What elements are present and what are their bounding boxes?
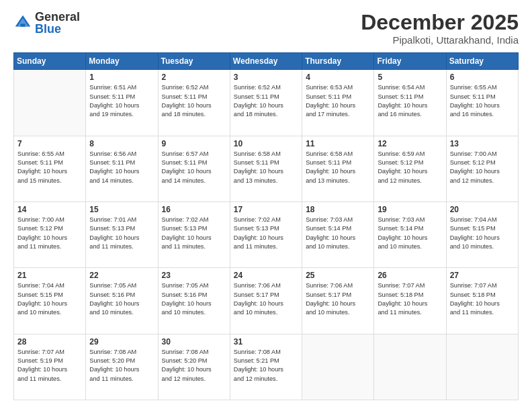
- day-number: 18: [306, 205, 370, 214]
- day-number: 27: [450, 271, 515, 280]
- calendar-day-cell: 4Sunrise: 6:53 AM Sunset: 5:11 PM Daylig…: [302, 70, 374, 136]
- day-info: Sunrise: 6:56 AM Sunset: 5:11 PM Dayligh…: [89, 150, 154, 185]
- calendar-day-cell: 3Sunrise: 6:52 AM Sunset: 5:11 PM Daylig…: [230, 70, 302, 136]
- calendar-day-cell: 13Sunrise: 7:00 AM Sunset: 5:12 PM Dayli…: [446, 136, 518, 201]
- day-info: Sunrise: 6:58 AM Sunset: 5:11 PM Dayligh…: [234, 150, 298, 185]
- calendar-day-cell: 10Sunrise: 6:58 AM Sunset: 5:11 PM Dayli…: [230, 136, 302, 201]
- weekday-header-thursday: Thursday: [302, 53, 374, 70]
- calendar-day-cell: 21Sunrise: 7:04 AM Sunset: 5:15 PM Dayli…: [14, 268, 86, 334]
- calendar-table: SundayMondayTuesdayWednesdayThursdayFrid…: [13, 52, 519, 400]
- calendar-day-cell: 23Sunrise: 7:05 AM Sunset: 5:16 PM Dayli…: [158, 268, 230, 334]
- calendar-day-cell: 11Sunrise: 6:58 AM Sunset: 5:11 PM Dayli…: [302, 136, 374, 201]
- day-info: Sunrise: 7:01 AM Sunset: 5:13 PM Dayligh…: [89, 216, 154, 251]
- calendar-day-cell: 31Sunrise: 7:08 AM Sunset: 5:21 PM Dayli…: [230, 334, 302, 400]
- day-number: 20: [450, 205, 515, 214]
- day-info: Sunrise: 6:58 AM Sunset: 5:11 PM Dayligh…: [306, 150, 370, 185]
- day-info: Sunrise: 7:00 AM Sunset: 5:12 PM Dayligh…: [17, 216, 82, 251]
- day-number: 6: [450, 73, 515, 82]
- calendar-day-cell: [302, 334, 374, 400]
- day-info: Sunrise: 7:04 AM Sunset: 5:15 PM Dayligh…: [450, 216, 515, 251]
- title-section: December 2025 Pipalkoti, Uttarakhand, In…: [361, 11, 519, 46]
- day-info: Sunrise: 6:59 AM Sunset: 5:12 PM Dayligh…: [378, 150, 442, 185]
- day-number: 26: [378, 271, 442, 280]
- calendar-day-cell: 19Sunrise: 7:03 AM Sunset: 5:14 PM Dayli…: [374, 201, 446, 267]
- day-info: Sunrise: 7:04 AM Sunset: 5:15 PM Dayligh…: [17, 281, 82, 317]
- day-info: Sunrise: 7:03 AM Sunset: 5:14 PM Dayligh…: [306, 216, 370, 251]
- calendar-day-cell: 12Sunrise: 6:59 AM Sunset: 5:12 PM Dayli…: [374, 136, 446, 201]
- day-number: 7: [17, 139, 82, 148]
- day-number: 14: [17, 205, 82, 214]
- calendar-week-row: 28Sunrise: 7:07 AM Sunset: 5:19 PM Dayli…: [14, 334, 519, 400]
- day-info: Sunrise: 6:53 AM Sunset: 5:11 PM Dayligh…: [306, 83, 370, 119]
- calendar-day-cell: 8Sunrise: 6:56 AM Sunset: 5:11 PM Daylig…: [86, 136, 158, 201]
- day-info: Sunrise: 7:07 AM Sunset: 5:18 PM Dayligh…: [450, 281, 515, 317]
- logo-general-text: General: [35, 11, 80, 23]
- day-number: 1: [89, 73, 154, 82]
- day-number: 10: [234, 139, 298, 148]
- calendar-day-cell: 6Sunrise: 6:55 AM Sunset: 5:11 PM Daylig…: [446, 70, 518, 136]
- day-info: Sunrise: 7:06 AM Sunset: 5:17 PM Dayligh…: [306, 281, 370, 317]
- calendar-day-cell: 1Sunrise: 6:51 AM Sunset: 5:11 PM Daylig…: [86, 70, 158, 136]
- day-number: 4: [306, 73, 370, 82]
- day-number: 30: [162, 337, 226, 347]
- calendar-week-row: 21Sunrise: 7:04 AM Sunset: 5:15 PM Dayli…: [14, 268, 519, 334]
- svg-rect-2: [21, 24, 26, 26]
- logo-text: General Blue: [35, 11, 80, 35]
- day-info: Sunrise: 6:52 AM Sunset: 5:11 PM Dayligh…: [162, 83, 226, 119]
- day-number: 25: [306, 271, 370, 280]
- day-info: Sunrise: 7:08 AM Sunset: 5:20 PM Dayligh…: [89, 348, 154, 383]
- calendar-week-row: 7Sunrise: 6:55 AM Sunset: 5:11 PM Daylig…: [14, 136, 519, 201]
- weekday-header-saturday: Saturday: [446, 53, 518, 70]
- logo-blue-text: Blue: [35, 23, 80, 35]
- calendar-day-cell: [14, 70, 86, 136]
- day-info: Sunrise: 7:00 AM Sunset: 5:12 PM Dayligh…: [450, 150, 515, 185]
- calendar-day-cell: 30Sunrise: 7:08 AM Sunset: 5:20 PM Dayli…: [158, 334, 230, 400]
- day-info: Sunrise: 7:05 AM Sunset: 5:16 PM Dayligh…: [162, 281, 226, 317]
- header: General Blue December 2025 Pipalkoti, Ut…: [13, 11, 519, 46]
- day-number: 5: [378, 73, 442, 82]
- weekday-header-sunday: Sunday: [14, 53, 86, 70]
- day-number: 29: [89, 337, 154, 347]
- calendar-week-row: 1Sunrise: 6:51 AM Sunset: 5:11 PM Daylig…: [14, 70, 519, 136]
- logo: General Blue: [13, 11, 80, 35]
- calendar-day-cell: 25Sunrise: 7:06 AM Sunset: 5:17 PM Dayli…: [302, 268, 374, 334]
- day-number: 3: [234, 73, 298, 82]
- day-number: 13: [450, 139, 515, 148]
- calendar-day-cell: 9Sunrise: 6:57 AM Sunset: 5:11 PM Daylig…: [158, 136, 230, 201]
- calendar-day-cell: 2Sunrise: 6:52 AM Sunset: 5:11 PM Daylig…: [158, 70, 230, 136]
- day-number: 15: [89, 205, 154, 214]
- calendar-header-row: SundayMondayTuesdayWednesdayThursdayFrid…: [14, 53, 519, 70]
- day-number: 12: [378, 139, 442, 148]
- day-number: 8: [89, 139, 154, 148]
- day-info: Sunrise: 7:08 AM Sunset: 5:20 PM Dayligh…: [162, 348, 226, 383]
- calendar-day-cell: 18Sunrise: 7:03 AM Sunset: 5:14 PM Dayli…: [302, 201, 374, 267]
- day-info: Sunrise: 7:02 AM Sunset: 5:13 PM Dayligh…: [234, 216, 298, 251]
- day-info: Sunrise: 6:52 AM Sunset: 5:11 PM Dayligh…: [234, 83, 298, 119]
- day-info: Sunrise: 6:55 AM Sunset: 5:11 PM Dayligh…: [17, 150, 82, 185]
- day-number: 16: [162, 205, 226, 214]
- calendar-day-cell: 7Sunrise: 6:55 AM Sunset: 5:11 PM Daylig…: [14, 136, 86, 201]
- day-info: Sunrise: 7:06 AM Sunset: 5:17 PM Dayligh…: [234, 281, 298, 317]
- calendar-day-cell: 20Sunrise: 7:04 AM Sunset: 5:15 PM Dayli…: [446, 201, 518, 267]
- day-number: 22: [89, 271, 154, 280]
- logo-icon: [13, 13, 32, 32]
- calendar-day-cell: 27Sunrise: 7:07 AM Sunset: 5:18 PM Dayli…: [446, 268, 518, 334]
- weekday-header-wednesday: Wednesday: [230, 53, 302, 70]
- day-number: 31: [234, 337, 298, 347]
- day-number: 17: [234, 205, 298, 214]
- page: General Blue December 2025 Pipalkoti, Ut…: [0, 0, 532, 411]
- weekday-header-friday: Friday: [374, 53, 446, 70]
- weekday-header-tuesday: Tuesday: [158, 53, 230, 70]
- day-info: Sunrise: 7:07 AM Sunset: 5:19 PM Dayligh…: [17, 348, 82, 383]
- day-info: Sunrise: 6:54 AM Sunset: 5:11 PM Dayligh…: [378, 83, 442, 119]
- calendar-day-cell: 15Sunrise: 7:01 AM Sunset: 5:13 PM Dayli…: [86, 201, 158, 267]
- month-title: December 2025: [361, 11, 519, 34]
- day-info: Sunrise: 7:05 AM Sunset: 5:16 PM Dayligh…: [89, 281, 154, 317]
- day-number: 2: [162, 73, 226, 82]
- day-info: Sunrise: 7:08 AM Sunset: 5:21 PM Dayligh…: [234, 348, 298, 383]
- day-number: 28: [17, 337, 82, 347]
- calendar-day-cell: 28Sunrise: 7:07 AM Sunset: 5:19 PM Dayli…: [14, 334, 86, 400]
- day-info: Sunrise: 6:55 AM Sunset: 5:11 PM Dayligh…: [450, 83, 515, 119]
- day-info: Sunrise: 7:03 AM Sunset: 5:14 PM Dayligh…: [378, 216, 442, 251]
- calendar-day-cell: 14Sunrise: 7:00 AM Sunset: 5:12 PM Dayli…: [14, 201, 86, 267]
